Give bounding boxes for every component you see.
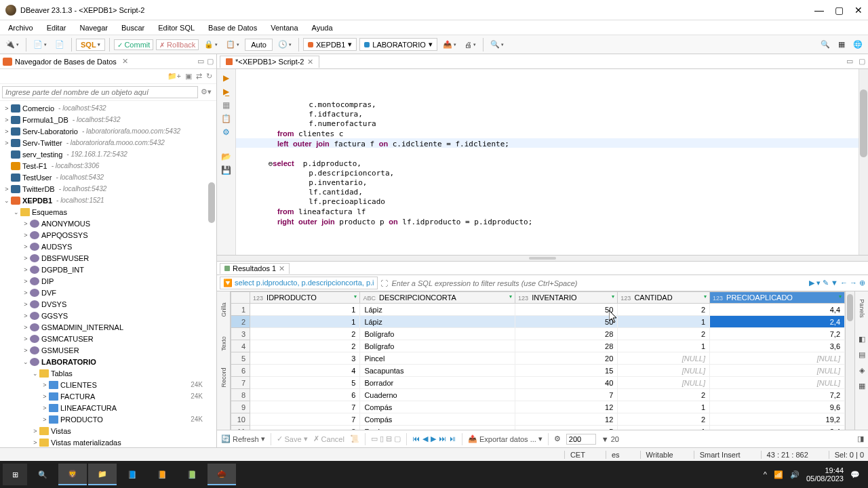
table-row[interactable]: 107Compás12219,2 xyxy=(231,413,845,426)
refresh-results-button[interactable]: 🔄 Refresh ▾ xyxy=(221,434,265,443)
cancel-edit-button[interactable]: ✗ Cancel xyxy=(313,434,344,443)
navigator-close-button[interactable]: ✕ xyxy=(122,57,128,66)
tree-item-producto[interactable]: >PRODUCTO24K xyxy=(0,413,216,425)
tree-item-serv-twitter[interactable]: >Serv-Twitter- laboratoriorafa.mooo.com:… xyxy=(0,137,216,148)
window-minimize-button[interactable]: — xyxy=(814,5,824,16)
panels-tab[interactable]: Panels xyxy=(859,299,865,318)
connection-selector[interactable]: XEPDB1 ▾ xyxy=(303,38,357,51)
tree-item-gsmadmin_internal[interactable]: >GSMADMIN_INTERNAL xyxy=(0,321,216,333)
results-tab-1[interactable]: Resultados 1 ✕ xyxy=(220,263,290,274)
max-rows-button[interactable]: ▼ 20 xyxy=(601,435,619,443)
results-settings-button[interactable]: ⚙ xyxy=(554,434,561,443)
taskbar-app[interactable]: 📗 xyxy=(178,464,206,485)
filter-settings-button[interactable]: ⚙▾ xyxy=(198,86,214,98)
tree-item-serv-laboratorio[interactable]: >Serv-Laboratorio- laboratoriorafa.mooo.… xyxy=(0,125,216,137)
column-idproducto[interactable]: 123 IDPRODUCTO ▾ xyxy=(250,292,360,304)
script-button[interactable]: 📜 xyxy=(350,434,359,443)
tree-item-ggsys[interactable]: >GGSYS xyxy=(0,310,216,321)
output-button[interactable]: 📤▾ xyxy=(440,39,459,50)
page-size-input[interactable] xyxy=(566,434,596,445)
tree-item-anonymous[interactable]: >ANONYMOUS xyxy=(0,218,216,229)
tree-item-dip[interactable]: >DIP xyxy=(0,275,216,287)
taskbar-explorer[interactable]: 📁 xyxy=(88,464,117,485)
window-maximize-button[interactable]: ▢ xyxy=(835,5,844,16)
editor-maximize-button[interactable]: ▢ xyxy=(856,57,868,66)
table-row[interactable]: 53Pincel20[NULL][NULL] xyxy=(231,352,845,365)
calc-panel-button[interactable]: ▦ xyxy=(859,382,865,390)
export-data-button[interactable]: 📤 Exportar datos ... ▾ xyxy=(468,434,542,443)
notifications-button[interactable]: 💬 xyxy=(850,470,860,479)
tree-item-dvf[interactable]: >DVF xyxy=(0,287,216,298)
prev-page-button[interactable]: ◀ xyxy=(422,434,428,443)
clear-filter-button[interactable]: ✎ xyxy=(823,279,829,287)
value-panel-button[interactable]: ◧ xyxy=(859,335,865,344)
tree-item-lineafactura[interactable]: >LINEAFACTURA xyxy=(0,402,216,413)
tree-item-testuser[interactable]: TestUser- localhost:5432 xyxy=(0,171,216,183)
next-page-button[interactable]: ▶ xyxy=(431,434,436,443)
print-button[interactable]: 🖨▾ xyxy=(462,39,479,50)
tree-item-esquemas[interactable]: ⌄Esquemas xyxy=(0,206,216,218)
tray-wifi-icon[interactable]: 📶 xyxy=(774,470,783,479)
fetch-all-button[interactable]: ⏯ xyxy=(449,434,456,443)
editor-scrollbar[interactable] xyxy=(859,69,868,255)
navigator-scrollbar[interactable] xyxy=(208,182,215,223)
taskbar-brave[interactable]: 🦁 xyxy=(58,464,87,485)
rollback-button[interactable]: ✗ Rollback xyxy=(156,39,199,50)
execute-script-button[interactable]: ▶̲ xyxy=(223,87,229,96)
results-query-text[interactable]: 🔽 select p.idproducto, p.descripcioncort… xyxy=(220,277,378,289)
navigator-maximize-button[interactable]: ▢ xyxy=(207,57,214,66)
tree-item-dgpdb_int[interactable]: >DGPDB_INT xyxy=(0,264,216,275)
menu-archivo[interactable]: Archivo xyxy=(3,22,39,33)
grouping-panel-button[interactable]: ▤ xyxy=(859,350,865,359)
search-toolbar-button[interactable]: 🔍▾ xyxy=(488,39,507,50)
auto-commit-button[interactable]: Auto xyxy=(245,39,273,51)
collapse-button[interactable]: ▣ xyxy=(185,72,192,81)
tray-sound-icon[interactable]: 🔊 xyxy=(790,470,800,479)
open-sql-console-button[interactable]: 📄 xyxy=(52,39,67,50)
explain-button[interactable]: 📋 xyxy=(221,114,231,123)
table-row[interactable]: 64Sacapuntas15[NULL][NULL] xyxy=(231,365,845,377)
results-tab-close-button[interactable]: ✕ xyxy=(279,264,285,273)
sql-editor-button[interactable]: SQL ▾ xyxy=(76,39,105,51)
tree-item-vistas-materializadas[interactable]: >Vistas materializadas xyxy=(0,436,216,447)
taskbar-word[interactable]: 📘 xyxy=(118,464,146,485)
commit-button[interactable]: ✓ Commit xyxy=(114,39,154,50)
column-inventario[interactable]: 123 INVENTARIO ▾ xyxy=(515,292,618,304)
table-row[interactable]: 42Bolígrafo2813,6 xyxy=(231,340,845,352)
table-row[interactable]: 75Borrador40[NULL][NULL] xyxy=(231,377,845,389)
tree-item-factura[interactable]: >FACTURA24K xyxy=(0,390,216,402)
link-button[interactable]: ⇄ xyxy=(196,72,202,81)
filter-history-button[interactable]: ▾ xyxy=(816,279,821,287)
save-results-button[interactable]: ✓ Save ▾ xyxy=(277,434,308,443)
tree-item-xepdb1[interactable]: ⌄XEPDB1- localhost:1521 xyxy=(0,195,216,206)
grid-mode-tab[interactable]: Grilla xyxy=(220,302,227,317)
text-mode-tab[interactable]: Texto xyxy=(220,336,227,351)
perspective-button[interactable]: ▦ xyxy=(835,39,848,50)
results-grid[interactable]: 123 IDPRODUCTO ▾ABC DESCRIPCIONCORTA ▾12… xyxy=(231,291,845,430)
new-connection-button[interactable]: 🔌▾ xyxy=(3,39,22,50)
start-button[interactable]: ⊞ xyxy=(3,464,27,485)
search-button[interactable]: 🔍 xyxy=(28,464,57,485)
table-row[interactable]: 118Regla512,4 xyxy=(231,426,845,430)
execute-new-tab-button[interactable]: ▦ xyxy=(222,100,230,110)
menu-ayuda[interactable]: Ayuda xyxy=(307,22,338,33)
new-sql-button[interactable]: 📄▾ xyxy=(31,39,50,50)
schema-selector[interactable]: LABORATORIO ▾ xyxy=(359,38,437,51)
expand-query-button[interactable]: ⛶ xyxy=(380,279,388,287)
record-mode-tab[interactable]: Record xyxy=(220,367,227,387)
navigator-filter-input[interactable] xyxy=(2,86,198,98)
tab-close-button[interactable]: ✕ xyxy=(307,58,313,66)
save-file-button[interactable]: 💾 xyxy=(221,165,231,175)
tree-item-formula1_db[interactable]: >Formula1_DB- localhost:5432 xyxy=(0,114,216,125)
new-folder-button[interactable]: 📁+ xyxy=(167,72,181,81)
table-row[interactable]: 11Lápiz5024,4 xyxy=(231,304,845,316)
edit-row-button[interactable]: ▭ ▯ ⊟ ▢ xyxy=(371,434,401,443)
tree-item-test-f1[interactable]: Test-F1- localhost:3306 xyxy=(0,160,216,171)
taskbar-powerpoint[interactable]: 📙 xyxy=(148,464,176,485)
history-button[interactable]: 🕓▾ xyxy=(275,39,294,50)
editor-results-splitter[interactable] xyxy=(217,255,868,262)
first-page-button[interactable]: ⏮ xyxy=(412,434,420,443)
tree-item-serv_testing[interactable]: serv_testing- 192.168.1.72:5432 xyxy=(0,148,216,160)
tree-item-tablas[interactable]: ⌄Tablas xyxy=(0,367,216,379)
tree-item-laboratorio[interactable]: ⌄LABORATORIO xyxy=(0,356,216,367)
